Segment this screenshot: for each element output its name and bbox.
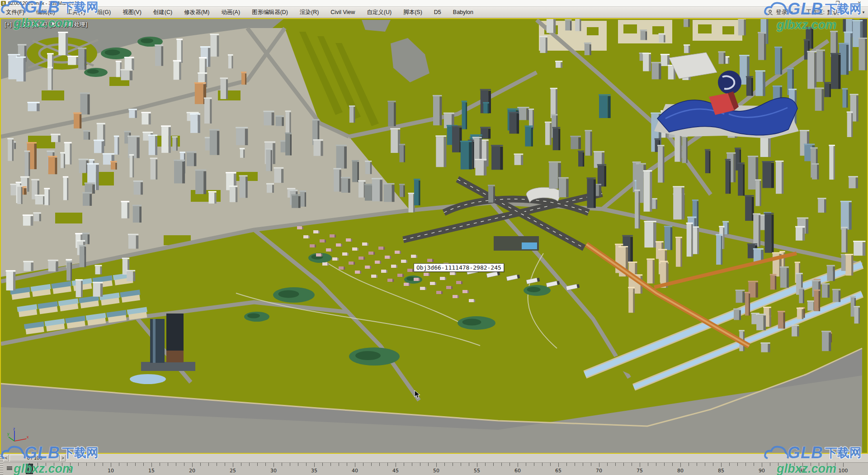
- timeline-tick: [314, 463, 315, 467]
- timeline-tick: [656, 463, 656, 466]
- timeline-tick: [94, 463, 95, 466]
- workspace-dropdown-arrow-icon[interactable]: ▼: [862, 10, 865, 14]
- timeline-tick: [46, 463, 46, 466]
- timeline-tick: [38, 463, 38, 466]
- timeline-tick: [265, 463, 266, 466]
- timeline-tick-label: 95: [796, 468, 809, 474]
- menu-item-10[interactable]: Civil View: [325, 7, 361, 18]
- timeline-tick: [550, 463, 551, 466]
- timeline-tick: [192, 463, 193, 467]
- timeline-tick: [387, 463, 388, 466]
- world-axis-gizmo: z x y: [7, 428, 29, 446]
- mouse-cursor-icon: [414, 390, 421, 399]
- timeline-tick: [168, 463, 168, 466]
- menu-item-14[interactable]: Babylon: [447, 7, 479, 18]
- timeline-tick: [371, 463, 372, 466]
- timeline-tick: [290, 463, 290, 466]
- trackbar-frame-thumb[interactable]: [26, 464, 33, 474]
- time-slider-handle[interactable]: 0 / 100: [9, 455, 60, 461]
- timeline-tick-label: 90: [755, 468, 769, 474]
- timeline-tick: [436, 463, 437, 467]
- timeline-tick: [428, 463, 429, 466]
- timeline-tick: [363, 463, 363, 466]
- timeline-tick: [689, 463, 689, 466]
- timeline-tick: [762, 463, 762, 467]
- title-bar: 3 SZ0012020.max - 3ds Max 2020 ─ ❐ ✕: [0, 0, 868, 7]
- login-dropdown-arrow-icon[interactable]: ▼: [790, 10, 793, 14]
- timeline-tick: [664, 463, 665, 466]
- menu-item-13[interactable]: D5: [428, 7, 447, 18]
- menu-item-1[interactable]: 编辑(E): [30, 7, 61, 18]
- timeline-tick-label: 55: [470, 468, 484, 474]
- restore-button[interactable]: ❐: [834, 0, 842, 6]
- trackbar-menu-icon[interactable]: [7, 466, 12, 471]
- timeline-tick: [518, 463, 518, 467]
- time-slider-row: < 0 / 100 >: [0, 454, 868, 462]
- menu-item-11[interactable]: 自定义(U): [361, 7, 397, 18]
- timeline-tick: [420, 463, 420, 466]
- timeline-tick: [827, 463, 827, 466]
- timeline-tick: [697, 463, 697, 466]
- viewport-label-segment-1[interactable]: [正交]: [14, 21, 30, 28]
- axis-z-label: z: [13, 428, 15, 431]
- user-icon: [767, 10, 773, 15]
- timeline-tick: [444, 463, 445, 466]
- timeline-tick: [705, 463, 705, 466]
- minimize-button[interactable]: ─: [813, 0, 821, 6]
- timeline-tick: [274, 463, 274, 467]
- viewport-3d[interactable]: [+][正交][标准][默认明暗处理] Obj3d66-1111478-2982…: [0, 18, 868, 454]
- timeline-tick-label: 15: [145, 468, 158, 474]
- menu-item-4[interactable]: 视图(V): [117, 7, 147, 18]
- workspace-selector[interactable]: 默认: [827, 9, 859, 16]
- menu-item-12[interactable]: 脚本(S): [397, 7, 428, 18]
- menu-item-0[interactable]: 文件(F): [0, 7, 30, 18]
- timeline-tick: [542, 463, 542, 466]
- timeline-tick: [770, 463, 770, 466]
- menu-item-5[interactable]: 创建(C): [147, 7, 178, 18]
- timeline-tick-label: 85: [714, 468, 728, 474]
- timeline-tick: [111, 463, 111, 467]
- app-icon: 3: [1, 1, 6, 6]
- viewport-label: [+][正交][标准][默认明暗处理]: [5, 21, 90, 28]
- timeline-tick: [241, 463, 241, 466]
- timeline-tick: [745, 463, 746, 466]
- timeline-tick: [103, 463, 103, 466]
- close-button[interactable]: ✕: [855, 0, 863, 6]
- login-button[interactable]: 登录: [776, 9, 787, 16]
- next-frame-button[interactable]: >: [60, 455, 66, 461]
- viewport-label-segment-0[interactable]: [+]: [5, 21, 12, 28]
- menu-items: 文件(F)编辑(E)工具(T)组(G)视图(V)创建(C)修改器(M)动画(A)…: [0, 7, 479, 18]
- timeline-tick: [737, 463, 738, 466]
- timeline-tick: [282, 463, 282, 466]
- timeline-tick: [835, 463, 835, 466]
- timeline-tick: [786, 463, 787, 466]
- viewport-label-segment-3[interactable]: [默认明暗处理]: [50, 21, 88, 28]
- menu-item-3[interactable]: 组(G): [91, 7, 117, 18]
- timeline-tick-label: 100: [836, 468, 850, 474]
- city-scene: [1, 19, 867, 453]
- menu-item-8[interactable]: 图形编辑器(D): [246, 7, 294, 18]
- timeline-tick: [648, 463, 648, 466]
- timeline-tick: [811, 463, 811, 466]
- menu-item-2[interactable]: 工具(T): [61, 7, 91, 18]
- menu-right-area: 登录 ▼ 工作区: 默认 ▼: [767, 7, 865, 18]
- timeline-tick-label: 60: [511, 468, 524, 474]
- timeline-tick: [379, 463, 380, 466]
- timeline-tick: [509, 463, 510, 466]
- timeline-tick: [347, 463, 347, 466]
- menu-item-7[interactable]: 动画(A): [215, 7, 246, 18]
- timeline-grip[interactable]: [0, 454, 3, 475]
- timeline-tick: [640, 463, 640, 467]
- timeline-tick: [461, 463, 461, 466]
- previous-frame-button[interactable]: <: [4, 455, 9, 461]
- timeline-tick: [778, 463, 778, 466]
- workspace-label: 工作区:: [806, 9, 825, 16]
- menu-item-9[interactable]: 渲染(R): [294, 7, 325, 18]
- track-bar[interactable]: 0510152025303540455055606570758085909510…: [0, 462, 868, 475]
- menu-bar: 文件(F)编辑(E)工具(T)组(G)视图(V)创建(C)修改器(M)动画(A)…: [0, 7, 868, 18]
- menu-item-6[interactable]: 修改器(M): [178, 7, 215, 18]
- timeline-tick: [575, 463, 575, 466]
- timeline-tick-label: 25: [226, 468, 240, 474]
- timeline-tick: [623, 463, 624, 466]
- viewport-label-segment-2[interactable]: [标准]: [32, 21, 47, 28]
